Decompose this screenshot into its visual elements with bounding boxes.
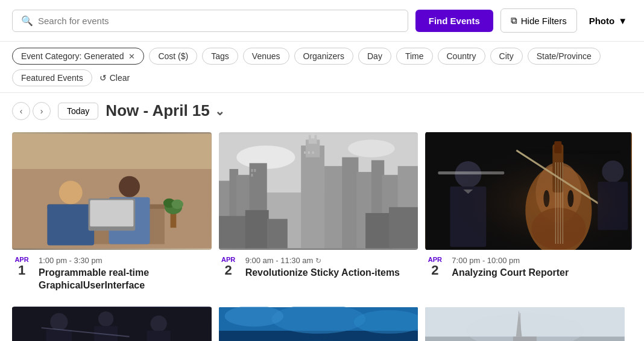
svg-rect-5 [47, 204, 94, 245]
filter-chip-cost[interactable]: Cost ($) [149, 48, 197, 65]
svg-rect-27 [342, 158, 358, 249]
event-info-2: 9:00 am - 11:30 am ↻ Revolutionize Stick… [245, 256, 418, 279]
date-range-display[interactable]: Now - April 15 ⌄ [106, 101, 224, 120]
events-grid: APR 1 1:00 pm - 3:30 pm Programmable rea… [0, 126, 644, 307]
event-info-3: 7:00 pm - 10:00 pm Analyzing Court Repor… [452, 256, 632, 279]
clear-filters-button[interactable]: ↺ Clear [99, 73, 130, 83]
event-meta-2: APR 2 9:00 am - 11:30 am ↻ Revolutionize… [219, 256, 418, 279]
find-events-button[interactable]: Find Events [415, 10, 493, 32]
event-title-3[interactable]: Analyzing Court Reporter [452, 267, 632, 279]
search-bar: 🔍 Find Events ⧉ Hide Filters Photo ▼ [0, 0, 644, 42]
svg-point-6 [119, 176, 140, 197]
filter-chip-time[interactable]: Time [396, 48, 433, 65]
refresh-icon: ↺ [99, 73, 107, 83]
hide-filters-button[interactable]: ⧉ Hide Filters [500, 8, 577, 33]
events-grid-bottom [0, 307, 644, 341]
filter-chip-city[interactable]: City [490, 48, 523, 65]
svg-point-68 [98, 311, 113, 327]
svg-rect-42 [389, 207, 418, 248]
filter-icon: ⧉ [511, 15, 517, 26]
nav-arrows: ‹ › [12, 102, 51, 120]
bottom-image-3 [425, 307, 625, 341]
date-range-chevron-icon: ⌄ [215, 104, 225, 118]
svg-rect-33 [254, 169, 256, 172]
filter-chip-featured[interactable]: Featured Events [12, 69, 92, 86]
search-input[interactable] [38, 16, 399, 26]
svg-rect-40 [267, 219, 287, 249]
svg-rect-26 [324, 166, 345, 248]
active-category-chip[interactable]: Event Category: Generated ✕ [12, 48, 144, 65]
search-input-wrap: 🔍 [12, 10, 408, 32]
event-image-1 [12, 132, 212, 250]
event-meta-1: APR 1 1:00 pm - 3:30 pm Programmable rea… [12, 256, 212, 292]
svg-rect-64 [426, 132, 631, 250]
svg-rect-9 [90, 200, 133, 227]
svg-rect-38 [219, 216, 248, 248]
next-arrow-button[interactable]: › [33, 102, 51, 120]
svg-rect-22 [301, 145, 324, 248]
svg-rect-25 [311, 134, 314, 139]
svg-rect-35 [304, 151, 306, 154]
filter-chip-tags[interactable]: Tags [202, 48, 238, 65]
event-time-1: 1:00 pm - 3:30 pm [39, 256, 212, 265]
svg-rect-39 [245, 210, 268, 248]
svg-rect-67 [46, 330, 72, 341]
event-date-col-1: APR 1 [12, 256, 31, 292]
svg-point-66 [50, 313, 68, 330]
svg-rect-37 [312, 151, 314, 154]
prev-arrow-button[interactable]: ‹ [12, 102, 30, 120]
event-title-2[interactable]: Revolutionize Sticky Action-items [245, 267, 418, 279]
filter-chip-country[interactable]: Country [438, 48, 485, 65]
filter-chip-organizers[interactable]: Organizers [294, 48, 353, 65]
filter-chip-day[interactable]: Day [358, 48, 391, 65]
remove-category-icon[interactable]: ✕ [128, 52, 135, 61]
bottom-event-2 [219, 307, 426, 341]
event-image-3 [425, 132, 632, 250]
bottom-image-1 [12, 307, 212, 341]
svg-rect-34 [251, 174, 253, 177]
filter-chip-venues[interactable]: Venues [243, 48, 289, 65]
svg-rect-41 [365, 213, 392, 248]
chevron-down-icon: ▼ [618, 16, 627, 26]
filters-row: Event Category: Generated ✕ Cost ($) Tag… [0, 42, 644, 93]
svg-rect-36 [308, 151, 309, 154]
repeat-icon: ↻ [315, 257, 321, 265]
event-card-1: APR 1 1:00 pm - 3:30 pm Programmable rea… [12, 132, 219, 307]
event-title-1[interactable]: Programmable real-time GraphicalUserInte… [39, 267, 212, 292]
bottom-image-2 [219, 307, 418, 341]
search-icon: 🔍 [21, 15, 33, 27]
today-button[interactable]: Today [58, 103, 98, 120]
bottom-event-3 [425, 307, 632, 341]
event-card-2: APR 2 9:00 am - 11:30 am ↻ Revolutionize… [219, 132, 426, 307]
svg-point-70 [151, 315, 167, 331]
svg-point-17 [348, 139, 395, 157]
svg-rect-32 [251, 169, 253, 172]
event-time-3: 7:00 pm - 10:00 pm [452, 256, 632, 265]
date-navigation: ‹ › Today Now - April 15 ⌄ [0, 93, 644, 126]
event-meta-3: APR 2 7:00 pm - 10:00 pm Analyzing Court… [425, 256, 632, 279]
svg-point-4 [59, 180, 83, 204]
svg-rect-71 [147, 331, 171, 341]
filter-chip-state[interactable]: State/Province [528, 48, 601, 65]
svg-point-13 [172, 200, 183, 209]
bottom-event-1 [12, 307, 219, 341]
event-date-col-3: APR 2 [425, 256, 444, 279]
event-info-1: 1:00 pm - 3:30 pm Programmable real-time… [39, 256, 212, 292]
event-card-3: APR 2 7:00 pm - 10:00 pm Analyzing Court… [425, 132, 632, 307]
photo-view-button[interactable]: Photo ▼ [584, 10, 632, 32]
event-date-col-2: APR 2 [219, 256, 238, 279]
event-time-2: 9:00 am - 11:30 am ↻ [245, 256, 418, 265]
event-image-2 [219, 132, 418, 250]
